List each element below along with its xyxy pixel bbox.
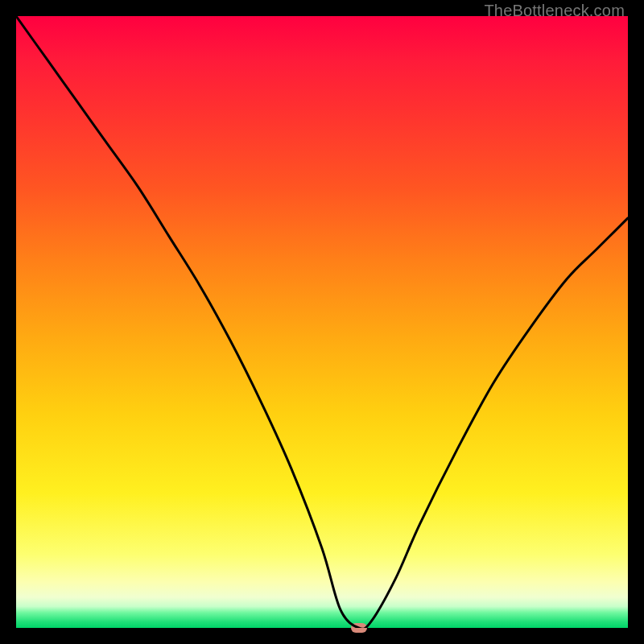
- bottleneck-curve: [16, 16, 628, 628]
- curve-path: [16, 16, 628, 628]
- watermark-text: TheBottleneck.com: [484, 2, 625, 20]
- chart-frame: TheBottleneck.com: [0, 0, 644, 644]
- plot-area: [16, 16, 628, 628]
